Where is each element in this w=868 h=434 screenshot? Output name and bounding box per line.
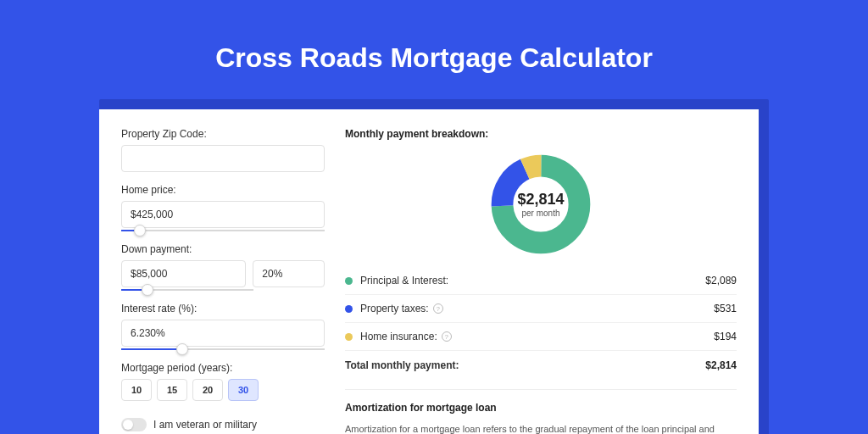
veteran-row: I am veteran or military xyxy=(121,418,325,431)
down-payment-slider[interactable] xyxy=(121,289,253,291)
interest-slider[interactable] xyxy=(121,348,325,350)
total-row: Total monthly payment: $2,814 xyxy=(345,351,737,379)
interest-label: Interest rate (%): xyxy=(121,303,325,314)
home-price-slider-thumb[interactable] xyxy=(134,225,146,236)
period-button-20[interactable]: 20 xyxy=(192,379,223,401)
legend-dot xyxy=(345,277,353,285)
period-button-15[interactable]: 15 xyxy=(157,379,187,401)
legend-label: Property taxes:? xyxy=(360,303,714,314)
period-button-10[interactable]: 10 xyxy=(121,379,152,401)
amortization-title: Amortization for mortgage loan xyxy=(345,402,737,414)
donut-amount: $2,814 xyxy=(517,191,564,209)
legend-value: $531 xyxy=(714,303,737,314)
legend-value: $2,089 xyxy=(705,275,737,287)
down-payment-label: Down payment: xyxy=(121,243,325,255)
legend-label: Home insurance:? xyxy=(360,331,714,342)
card-shadow: Property Zip Code: Home price: Down paym… xyxy=(99,99,769,434)
home-price-label: Home price: xyxy=(121,184,325,196)
page-title: Cross Roads Mortgage Calculator xyxy=(0,0,868,99)
form-column: Property Zip Code: Home price: Down paym… xyxy=(121,128,325,434)
legend-dot xyxy=(345,333,353,341)
legend-value: $194 xyxy=(714,331,737,342)
payment-donut-chart: $2,814 per month xyxy=(490,153,592,255)
home-price-field-group: Home price: xyxy=(121,184,325,231)
down-payment-pct-input[interactable] xyxy=(253,260,325,287)
home-price-input[interactable] xyxy=(121,201,325,228)
total-row-label: Total monthly payment: xyxy=(345,359,705,371)
donut-sub: per month xyxy=(521,209,559,218)
veteran-toggle-knob xyxy=(123,420,133,430)
period-field-group: Mortgage period (years): 10152030 xyxy=(121,362,325,401)
donut-wrap: $2,814 per month xyxy=(345,148,737,267)
donut-center: $2,814 per month xyxy=(490,153,592,255)
period-button-30[interactable]: 30 xyxy=(228,379,259,401)
legend-row: Property taxes:?$531 xyxy=(345,295,737,323)
interest-field-group: Interest rate (%): xyxy=(121,303,325,350)
interest-slider-thumb[interactable] xyxy=(176,343,188,355)
down-payment-input[interactable] xyxy=(121,260,246,287)
breakdown-column: Monthly payment breakdown: $2,814 per mo… xyxy=(345,128,737,434)
help-icon[interactable]: ? xyxy=(433,303,443,314)
period-row: 10152030 xyxy=(121,379,325,401)
down-payment-slider-thumb[interactable] xyxy=(142,284,153,296)
veteran-label: I am veteran or military xyxy=(153,419,257,431)
home-price-slider[interactable] xyxy=(121,230,325,231)
breakdown-title: Monthly payment breakdown: xyxy=(345,128,737,140)
legend-list: Principal & Interest:$2,089Property taxe… xyxy=(345,267,737,351)
zip-field-group: Property Zip Code: xyxy=(121,128,325,172)
down-payment-row xyxy=(121,260,325,287)
down-payment-field-group: Down payment: xyxy=(121,243,325,291)
veteran-toggle[interactable] xyxy=(121,418,147,431)
total-row-value: $2,814 xyxy=(705,359,737,371)
help-icon[interactable]: ? xyxy=(442,331,452,342)
zip-label: Property Zip Code: xyxy=(121,128,325,140)
legend-row: Principal & Interest:$2,089 xyxy=(345,267,737,295)
interest-input[interactable] xyxy=(121,320,325,347)
interest-slider-fill xyxy=(121,348,182,350)
zip-input[interactable] xyxy=(121,145,325,172)
legend-row: Home insurance:?$194 xyxy=(345,323,737,351)
amortization-text: Amortization for a mortgage loan refers … xyxy=(345,422,737,434)
period-label: Mortgage period (years): xyxy=(121,362,325,374)
calculator-card: Property Zip Code: Home price: Down paym… xyxy=(99,109,759,434)
legend-label: Principal & Interest: xyxy=(360,275,705,287)
legend-dot xyxy=(345,305,353,313)
amortization-section: Amortization for mortgage loan Amortizat… xyxy=(345,389,737,434)
